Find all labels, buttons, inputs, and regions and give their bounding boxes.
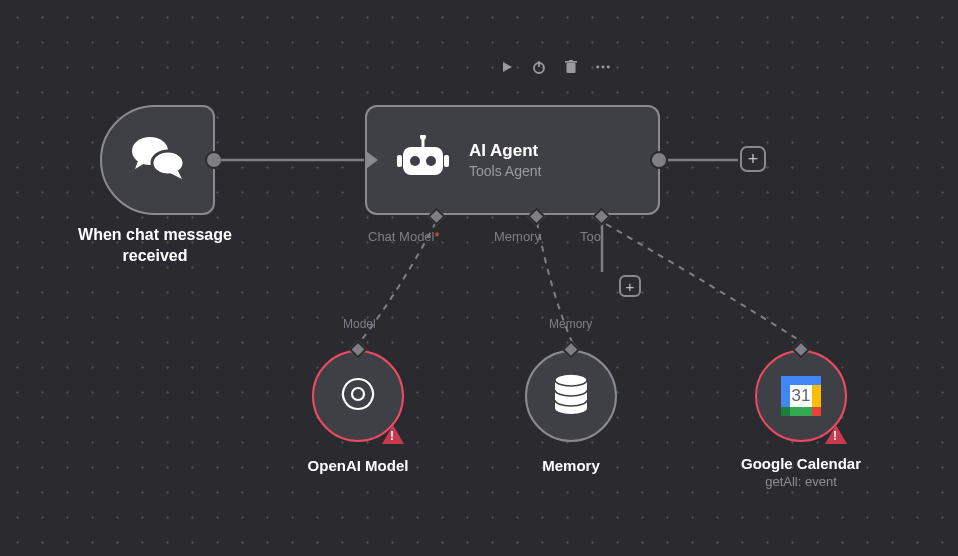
- svg-rect-16: [444, 155, 449, 167]
- svg-rect-10: [403, 147, 443, 175]
- svg-point-12: [426, 156, 436, 166]
- svg-rect-2: [567, 63, 576, 73]
- port-label-memory: Memory: [494, 229, 541, 244]
- openai-label: OpenAI Model: [278, 457, 438, 474]
- agent-input-port[interactable]: [366, 151, 378, 169]
- trigger-output-port[interactable]: [205, 151, 223, 169]
- memory-node[interactable]: [525, 350, 617, 442]
- node-toolbar: [500, 60, 610, 74]
- svg-point-6: [602, 66, 605, 69]
- play-icon[interactable]: [500, 60, 514, 74]
- more-icon[interactable]: [596, 60, 610, 74]
- error-badge-icon: [382, 425, 404, 444]
- agent-subtitle: Tools Agent: [469, 163, 541, 179]
- gcal-label: Google Calendar getAll: event: [721, 455, 881, 489]
- error-badge-icon: [825, 425, 847, 444]
- openai-port-label: Model: [343, 317, 376, 331]
- database-icon: [552, 373, 590, 419]
- svg-point-9: [152, 151, 184, 175]
- calendar-day: 31: [792, 386, 811, 406]
- svg-point-14: [420, 135, 426, 140]
- memory-label: Memory: [491, 457, 651, 474]
- openai-icon: [338, 374, 378, 418]
- agent-output-port[interactable]: [650, 151, 668, 169]
- port-label-chat-model: Chat Model*: [368, 229, 440, 244]
- openai-input-port[interactable]: [349, 340, 367, 358]
- ai-agent-node[interactable]: AI Agent Tools Agent: [365, 105, 660, 215]
- trash-icon[interactable]: [564, 60, 578, 74]
- google-calendar-node[interactable]: 31: [755, 350, 847, 442]
- svg-rect-4: [569, 60, 573, 62]
- svg-point-5: [596, 66, 599, 69]
- workflow-canvas[interactable]: When chat message received AI Agent Tool…: [0, 0, 958, 556]
- add-output-button[interactable]: +: [740, 146, 766, 172]
- svg-point-17: [352, 388, 364, 400]
- agent-title: AI Agent: [469, 141, 541, 161]
- svg-point-11: [410, 156, 420, 166]
- gcal-sublabel: getAll: event: [721, 474, 881, 489]
- robot-icon: [397, 135, 449, 185]
- port-label-tool: Tool: [580, 229, 604, 244]
- power-icon[interactable]: [532, 60, 546, 74]
- add-tool-button[interactable]: +: [619, 275, 641, 297]
- svg-point-7: [607, 66, 610, 69]
- chat-bubbles-icon: [130, 133, 186, 187]
- memory-port-label: Memory: [549, 317, 592, 331]
- svg-rect-15: [397, 155, 402, 167]
- openai-model-node[interactable]: [312, 350, 404, 442]
- memory-input-port[interactable]: [562, 340, 580, 358]
- gcal-input-port[interactable]: [792, 340, 810, 358]
- trigger-label: When chat message received: [55, 225, 255, 267]
- trigger-node[interactable]: [100, 105, 215, 215]
- google-calendar-icon: 31: [781, 376, 821, 416]
